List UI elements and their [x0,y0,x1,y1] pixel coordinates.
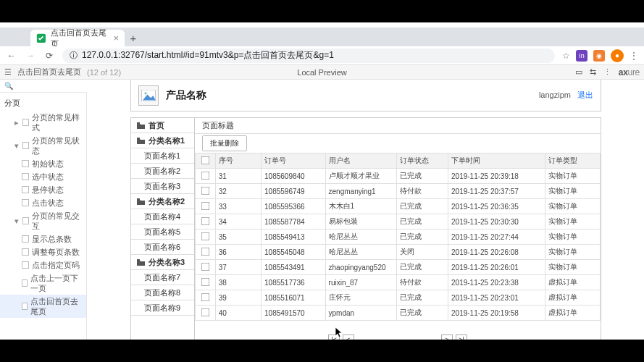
tree-item[interactable]: 选中状态 [0,170,86,183]
row-checkbox[interactable] [201,201,210,210]
next-page-button[interactable]: > [441,334,453,340]
cell-seq: 39 [215,290,261,306]
sidebar-page[interactable]: 页面名称7 [131,270,194,285]
row-checkbox[interactable] [201,232,210,240]
first-page-button[interactable]: |< [328,334,340,340]
cell-type: 虚拟订单 [545,306,601,321]
tree-item[interactable]: ▾分页的常见状态 [0,134,86,157]
cell-status: 已完成 [397,306,448,321]
axure-tool-icon[interactable]: ⋮ [603,67,611,77]
sidebar-category[interactable]: 分类名称2 [131,194,194,209]
row-checkbox[interactable] [201,292,210,301]
row-checkbox[interactable] [201,216,210,225]
cell-type: 实物订单 [545,184,601,199]
tree-item[interactable]: 初始状态 [0,157,86,170]
reload-button[interactable]: ⟳ [43,51,55,61]
cell-type: 实物订单 [545,245,601,260]
row-checkbox[interactable] [201,262,210,271]
cell-status: 关闭 [397,245,448,260]
tree-item[interactable]: 点击状态 [0,196,86,209]
cell-time: 2019-11-25 20:30:30 [448,214,545,230]
extension-icon[interactable]: In [576,50,587,62]
tree-item[interactable]: 调整每页条数 [0,245,86,258]
table-row: 341085587784易标包装已完成2019-11-25 20:30:30实物… [196,214,601,230]
cell-time: 2019-11-25 20:39:18 [448,169,545,184]
cell-status: 已完成 [397,260,448,275]
url-field[interactable]: ⓘ 127.0.0.1:32767/start.html#id=91mtv3&p… [62,49,555,63]
menu-icon[interactable]: ⋮ [630,51,638,61]
cell-time: 2019-11-25 20:36:35 [448,199,545,214]
row-checkbox[interactable] [201,171,210,180]
axure-tool-icon[interactable]: ▭ [575,67,582,77]
table-row: 311085609840卢顺才顺才果业已完成2019-11-25 20:39:1… [196,169,601,184]
tree-item-current[interactable]: 点击回首页去尾页 [0,295,86,318]
sidebar-page[interactable]: 页面名称1 [131,148,194,164]
cell-status: 待付款 [397,275,448,290]
profile-avatar[interactable]: ● [611,49,624,62]
cell-time: 2019-11-25 20:37:57 [448,184,545,199]
star-icon[interactable]: ☆ [562,51,570,61]
new-tab-button[interactable]: + [125,30,142,46]
axure-tool-icon[interactable]: ⇆ [590,67,596,77]
cell-type: 实物订单 [545,214,601,230]
cell-order: 1085491570 [262,306,326,321]
site-info-icon[interactable]: ⓘ [70,50,78,61]
tree-item[interactable]: ▾分页的常见交互 [0,209,86,232]
cell-user: 哈尼丛丛 [325,245,397,260]
last-page-button[interactable]: >| [456,334,467,340]
sidebar-page[interactable]: 页面名称5 [131,224,194,240]
cell-time: 2019-11-25 20:23:38 [448,275,545,290]
sidebar-category[interactable]: 分类名称1 [131,133,194,148]
table-row: 361085545048哈尼丛丛关闭2019-11-25 20:26:08实物订… [196,245,601,260]
sidebar-page[interactable]: 页面名称9 [131,300,194,316]
cell-order: 1085549413 [262,230,326,245]
col-status: 订单状态 [397,153,448,169]
tab-close-icon[interactable]: × [113,33,119,43]
tree-item[interactable]: 点击指定页码 [0,258,86,272]
row-checkbox[interactable] [201,277,210,286]
inner-sidebar: 首页 分类名称1 页面名称1 页面名称2 页面名称3 分类名称2 页面名称4 页… [131,118,195,340]
sidebar-page[interactable]: 页面名称8 [131,285,194,300]
cell-time: 2019-11-25 20:26:01 [448,260,545,275]
folder-icon [137,259,145,266]
select-all-checkbox[interactable] [201,156,210,164]
sidebar-page[interactable]: 页面名称4 [131,209,194,224]
extension-icon[interactable]: ◉ [593,50,605,62]
col-type: 订单类型 [545,153,601,169]
back-button[interactable]: ← [6,51,17,61]
sidebar-home[interactable]: 首页 [131,118,194,133]
forward-button[interactable]: → [25,51,36,61]
tree-root[interactable]: 分页 [0,96,86,111]
url-text: 127.0.0.1:32767/start.html#id=91mtv3&p=点… [82,49,334,62]
prev-page-button[interactable]: < [343,334,354,340]
tree-item[interactable]: 点击上一页下一页 [0,272,86,295]
sidebar-page[interactable]: 页面名称6 [131,240,194,255]
tree-item[interactable]: 显示总条数 [0,232,86,245]
logout-link[interactable]: 退出 [577,90,593,99]
cell-seq: 32 [215,184,261,199]
tree-item[interactable]: ▸分页的常见样式 [0,111,86,134]
cell-seq: 33 [215,199,261,214]
cell-user: 易标包装 [325,214,397,230]
sidebar-toggle-icon[interactable]: ☰ [4,67,12,77]
svg-point-2 [144,92,146,94]
row-checkbox[interactable] [201,186,210,195]
folder-icon [137,198,145,205]
row-checkbox[interactable] [201,247,210,256]
search-icon: 🔍 [4,82,13,90]
cell-type: 实物订单 [545,260,601,275]
cell-type: 实物订单 [545,230,601,245]
axure-page-pos: (12 of 12) [87,68,121,77]
batch-delete-button[interactable]: 批量删除 [202,135,247,151]
sidebar-page[interactable]: 页面名称3 [131,179,194,194]
table-row: 401085491570ypmdan已完成2019-11-25 20:19:58… [196,306,601,321]
cell-seq: 40 [215,306,261,321]
main-panel: 页面标题 批量删除 序号 订单号 用 [195,118,601,340]
tree-search[interactable]: 🔍 [0,80,87,93]
row-checkbox[interactable] [201,308,210,316]
sidebar-category[interactable]: 分类名称3 [131,255,194,270]
cell-seq: 31 [215,169,261,184]
sidebar-page[interactable]: 页面名称2 [131,164,194,179]
browser-tab[interactable]: 点击回首页去尾页 × [30,30,125,46]
tree-item[interactable]: 悬停状态 [0,183,86,196]
